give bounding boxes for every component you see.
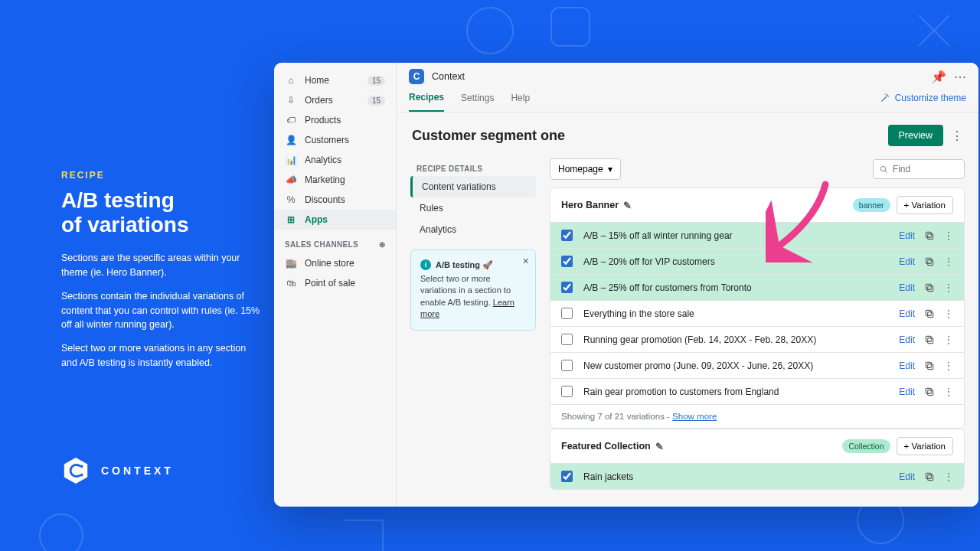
show-more-link[interactable]: Show more: [672, 412, 717, 421]
page-title: Customer segment one: [412, 128, 888, 144]
sidebar-item-analytics[interactable]: 📊Analytics: [274, 150, 396, 170]
svg-point-9: [880, 166, 885, 171]
add-variation-button[interactable]: + Variation: [897, 437, 953, 455]
svg-rect-25: [928, 474, 933, 480]
more-icon[interactable]: ⋯: [954, 70, 966, 84]
tab-settings[interactable]: Settings: [461, 85, 494, 111]
promo-title: A/B testing of variations: [61, 188, 260, 237]
copy-icon[interactable]: [924, 230, 935, 241]
orders-icon: ⇩: [285, 94, 297, 106]
row-more-icon[interactable]: ⋮: [944, 386, 953, 397]
close-icon[interactable]: ✕: [522, 256, 529, 266]
sidebar-item-products[interactable]: 🏷Products: [274, 110, 396, 130]
variation-label: Rain gear promotion to customers from En…: [583, 386, 899, 397]
sidebar-item-marketing[interactable]: 📣Marketing: [274, 170, 396, 190]
edit-link[interactable]: Edit: [899, 386, 915, 397]
row-more-icon[interactable]: ⋮: [944, 256, 953, 267]
edit-link[interactable]: Edit: [899, 230, 915, 241]
copy-icon[interactable]: [924, 360, 935, 371]
edit-link[interactable]: Edit: [899, 308, 915, 319]
app-tabs: Recipes Settings Help Customize theme: [397, 84, 978, 112]
promo-panel: RECIPE A/B testing of variations Section…: [61, 170, 260, 380]
wand-icon: [880, 93, 890, 103]
admin-sidebar: ⌂Home15⇩Orders15🏷Products👤Customers📊Anal…: [274, 63, 397, 507]
svg-rect-26: [926, 473, 931, 478]
tab-recipes[interactable]: Recipes: [409, 84, 444, 112]
variation-checkbox[interactable]: [561, 308, 573, 319]
pencil-icon[interactable]: ✎: [655, 441, 664, 452]
page-selector-dropdown[interactable]: Homepage ▾: [550, 158, 621, 180]
copy-icon[interactable]: [924, 386, 935, 397]
variations-panel: Homepage ▾ Hero Banner ✎ banner + Variat…: [550, 158, 965, 493]
app-name: Context: [432, 71, 923, 82]
svg-marker-6: [64, 458, 87, 484]
copy-icon[interactable]: [924, 334, 935, 345]
preview-button[interactable]: Preview: [888, 125, 943, 146]
edit-link[interactable]: Edit: [899, 282, 915, 293]
channel-point-of-sale[interactable]: 🛍Point of sale: [274, 273, 396, 293]
variation-checkbox[interactable]: [561, 360, 573, 371]
edit-link[interactable]: Edit: [899, 334, 915, 345]
details-analytics[interactable]: Analytics: [410, 219, 536, 240]
pencil-icon[interactable]: ✎: [623, 200, 632, 211]
recipe-details-header: RECIPE DETAILS: [410, 158, 536, 176]
details-content-variations[interactable]: Content variations: [410, 176, 536, 197]
add-channel-icon[interactable]: ⊕: [379, 240, 385, 249]
edit-link[interactable]: Edit: [899, 360, 915, 371]
variation-checkbox[interactable]: [561, 334, 573, 345]
svg-rect-16: [926, 284, 931, 289]
svg-rect-24: [926, 388, 931, 393]
variation-row: Rain gear promotion to customers from En…: [550, 378, 964, 404]
pin-icon[interactable]: 📌: [931, 70, 946, 84]
edit-link[interactable]: Edit: [899, 256, 915, 267]
variation-checkbox[interactable]: [561, 282, 573, 293]
search-input[interactable]: [873, 159, 965, 179]
row-more-icon[interactable]: ⋮: [944, 230, 953, 241]
add-variation-button[interactable]: + Variation: [897, 196, 953, 214]
row-more-icon[interactable]: ⋮: [944, 334, 953, 345]
variation-label: Rain jackets: [583, 471, 899, 482]
marketing-icon: 📣: [285, 174, 297, 186]
discounts-icon: %: [285, 194, 297, 206]
svg-rect-17: [928, 311, 933, 317]
copy-icon[interactable]: [924, 256, 935, 267]
edit-link[interactable]: Edit: [899, 471, 915, 482]
variation-checkbox[interactable]: [561, 386, 573, 397]
customize-theme-link[interactable]: Customize theme: [880, 93, 966, 103]
variation-row: A/B – 15% off all winter running gear Ed…: [550, 222, 964, 248]
analytics-icon: 📊: [285, 154, 297, 166]
sidebar-item-customers[interactable]: 👤Customers: [274, 130, 396, 150]
channel-online-store[interactable]: 🏬Online store: [274, 253, 396, 273]
sidebar-item-home[interactable]: ⌂Home15: [274, 70, 396, 90]
sidebar-item-discounts[interactable]: %Discounts: [274, 190, 396, 210]
page-header: Customer segment one Preview ⋮: [397, 112, 978, 158]
svg-rect-12: [926, 232, 931, 237]
sales-channels-header: SALES CHANNELS ⊕: [274, 230, 396, 253]
variation-row: New customer promo (June. 09, 20XX - Jun…: [550, 352, 964, 378]
section-tag: banner: [853, 198, 890, 212]
sidebar-item-apps[interactable]: ⊞Apps: [274, 210, 396, 230]
tab-help[interactable]: Help: [511, 85, 530, 111]
brand-name: CONTEXT: [101, 465, 174, 477]
home-icon: ⌂: [285, 74, 297, 86]
sidebar-item-orders[interactable]: ⇩Orders15: [274, 90, 396, 110]
variation-checkbox[interactable]: [561, 256, 573, 267]
row-more-icon[interactable]: ⋮: [944, 282, 953, 293]
brand-mark: CONTEXT: [61, 456, 174, 485]
copy-icon[interactable]: [924, 282, 935, 293]
section-header: Featured Collection ✎ Collection + Varia…: [550, 429, 964, 463]
svg-rect-1: [551, 8, 590, 46]
row-more-icon[interactable]: ⋮: [944, 471, 953, 482]
variation-label: A/B – 15% off all winter running gear: [583, 230, 899, 241]
variation-checkbox[interactable]: [561, 230, 573, 241]
svg-rect-14: [926, 258, 931, 263]
row-more-icon[interactable]: ⋮: [944, 360, 953, 371]
copy-icon[interactable]: [924, 308, 935, 319]
details-rules[interactable]: Rules: [410, 197, 536, 219]
variation-row: A/B – 25% off for customers from Toronto…: [550, 274, 964, 300]
svg-rect-19: [928, 337, 933, 343]
row-more-icon[interactable]: ⋮: [944, 308, 953, 319]
copy-icon[interactable]: [924, 471, 935, 482]
variation-checkbox[interactable]: [561, 471, 573, 482]
page-more-icon[interactable]: ⋮: [951, 129, 963, 143]
